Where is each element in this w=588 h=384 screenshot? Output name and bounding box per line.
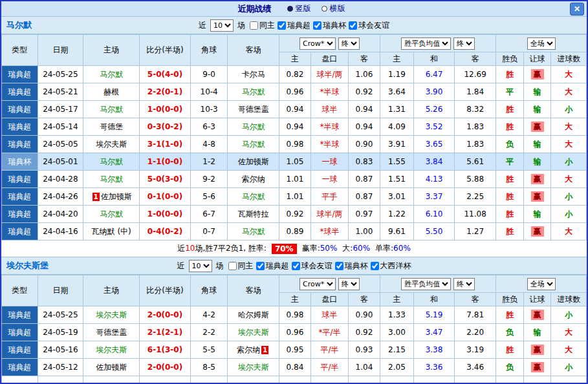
checkbox-input[interactable]: [256, 262, 265, 270]
home-team-cell[interactable]: 马尔默: [83, 206, 140, 223]
checkbox-input[interactable]: [250, 21, 258, 30]
match-count-select[interactable]: 10: [210, 19, 234, 32]
final-odds-select-2[interactable]: 终: [453, 37, 475, 50]
away-team-cell[interactable]: 马尔默: [228, 118, 279, 136]
home-team-cell[interactable]: 马尔默: [83, 153, 140, 171]
handicap-cell: 球半: [310, 306, 349, 324]
match-row: 瑞典超24-05-25马尔默5-0(4-0)9-0卡尔马0.82球半/两1.06…: [2, 66, 587, 83]
handicap-cell: 平/半: [310, 359, 349, 376]
away-team-cell[interactable]: 瓦斯特拉: [228, 206, 279, 223]
filter-checkbox[interactable]: 同主: [247, 20, 275, 31]
handicap-cell: 球半: [310, 101, 349, 118]
away-team-cell[interactable]: 马尔默: [228, 136, 279, 153]
checkbox-label: 同主: [259, 20, 275, 31]
close-button[interactable]: ✕: [570, 3, 584, 16]
home-team-cell[interactable]: 埃尔夫斯: [83, 341, 140, 359]
away-team-cell[interactable]: 埃尔夫斯: [228, 324, 279, 341]
away-team-cell[interactable]: 马尔默: [228, 223, 279, 240]
match-row: 瑞典杯24-05-01马尔默1-1(0-0)1-2佐加顿斯1.05一球0.831…: [2, 153, 587, 171]
filter-bar: 近 10 场 同主瑞典超瑞典杯球会友谊: [199, 19, 389, 32]
result-cell: 胜: [496, 223, 523, 240]
avg-lose-cell: 8.32: [454, 101, 496, 118]
col-home: 主场: [83, 275, 140, 306]
result-cell: 胜: [496, 101, 523, 118]
away-team-cell[interactable]: 索尔纳: [228, 171, 279, 188]
home-odds-cell: 0.96: [279, 324, 310, 341]
home-team-cell[interactable]: 赫根: [83, 83, 140, 101]
checkbox-label: 瑞典杯: [345, 261, 368, 272]
layout-radio-horizontal[interactable]: 横版: [321, 3, 345, 14]
full-match-select[interactable]: 全场: [527, 278, 556, 290]
checkbox-input[interactable]: [335, 262, 343, 270]
wdl-average-select[interactable]: 胜平负均值: [401, 278, 451, 290]
home-team-name: 佐加顿斯: [96, 363, 127, 372]
filter-checkbox[interactable]: 球会友谊: [346, 20, 389, 31]
avg-draw-cell: 3.47: [414, 324, 455, 341]
final-odds-select-2[interactable]: 终: [453, 278, 475, 290]
final-odds-select-1[interactable]: 终: [338, 37, 360, 50]
filter-checkbox[interactable]: 瑞典杯: [332, 261, 368, 272]
checkbox-input[interactable]: [371, 262, 379, 270]
near-label: 近: [199, 20, 206, 31]
checkbox-label: 球会友谊: [301, 261, 332, 272]
home-team-name: 哥德堡: [100, 122, 123, 131]
home-team-cell[interactable]: 1佐加顿斯: [83, 188, 140, 206]
date-cell: 24-05-16: [38, 341, 83, 359]
bookmaker-select[interactable]: Crow*: [299, 37, 336, 50]
wdl-group-header: 胜平负均值 终: [380, 35, 496, 52]
full-match-select[interactable]: 全场: [527, 37, 556, 50]
filter-checkbox[interactable]: 球会友谊: [289, 261, 332, 272]
match-count-select[interactable]: 10: [189, 260, 212, 272]
filter-checkbox[interactable]: 瑞典超: [275, 20, 310, 31]
avg-win-cell: 1.33: [380, 306, 414, 324]
checkbox-input[interactable]: [313, 21, 321, 30]
home-team-cell[interactable]: 哥德堡: [83, 118, 140, 136]
col-odds-home: 主: [279, 52, 310, 66]
away-team-cell[interactable]: 马尔默: [228, 83, 279, 101]
league-cell: 瑞典超: [2, 188, 38, 206]
away-team-cell[interactable]: 埃尔夫斯: [228, 359, 279, 376]
col-result: 胜负: [496, 293, 523, 306]
goals-cell: 小: [551, 153, 587, 171]
home-team-cell[interactable]: 马尔默: [83, 66, 140, 83]
handicap-result-cell: 输: [523, 101, 550, 118]
away-team-name: 哥德堡盖: [238, 105, 269, 114]
avg-win-cell: 1.51: [380, 171, 414, 188]
result-cell: 负: [496, 359, 523, 376]
home-team-cell[interactable]: 马尔默: [83, 171, 140, 188]
corner-cell: 5-5: [190, 341, 228, 359]
avg-draw-cell: 4.13: [414, 171, 455, 188]
away-team-cell[interactable]: 佐加顿斯: [228, 153, 279, 171]
team-name: 埃尔夫斯堡: [6, 257, 49, 274]
home-team-cell[interactable]: 埃尔夫斯: [83, 136, 140, 153]
home-team-cell[interactable]: 佐加顿斯: [83, 359, 140, 376]
handicap-cell: 一球: [310, 171, 349, 188]
filter-checkbox[interactable]: 瑞典超: [254, 261, 289, 272]
filter-checkbox[interactable]: 瑞典杯: [310, 20, 346, 31]
corner-cell: 4-8: [190, 136, 228, 153]
away-team-cell[interactable]: 卡尔马: [228, 66, 279, 83]
result-cell: 胜: [496, 118, 523, 136]
away-team-cell[interactable]: 哥德堡盖: [228, 101, 279, 118]
filter-checkbox[interactable]: 大西洋杯: [368, 261, 411, 272]
away-team-cell[interactable]: 马尔默: [228, 188, 279, 206]
filter-checkbox[interactable]: 同主: [226, 261, 254, 272]
wdl-average-select[interactable]: 胜平负均值: [401, 37, 451, 50]
league-cell: 瑞典超: [2, 359, 38, 376]
home-team-cell[interactable]: 瓦纳默 (中): [83, 223, 140, 240]
score-cell: 5-0(3-0): [140, 171, 191, 188]
home-team-cell[interactable]: 马尔默: [83, 101, 140, 118]
home-team-cell[interactable]: 埃尔夫斯: [83, 306, 140, 324]
final-odds-select-1[interactable]: 终: [338, 278, 360, 290]
checkbox-input[interactable]: [349, 21, 357, 30]
away-team-cell[interactable]: 哈尔姆斯: [228, 306, 279, 324]
home-team-cell[interactable]: 哥德堡盖: [83, 324, 140, 341]
checkbox-input[interactable]: [292, 262, 300, 270]
checkbox-input[interactable]: [228, 262, 237, 270]
avg-win-cell: 4.09: [380, 118, 414, 136]
corner-cell: 0-7: [190, 223, 228, 240]
checkbox-input[interactable]: [278, 21, 286, 30]
layout-radio-vertical[interactable]: 竖版: [287, 3, 311, 14]
bookmaker-select[interactable]: Crow*: [299, 278, 336, 290]
away-team-cell[interactable]: 索尔纳1: [228, 341, 279, 359]
